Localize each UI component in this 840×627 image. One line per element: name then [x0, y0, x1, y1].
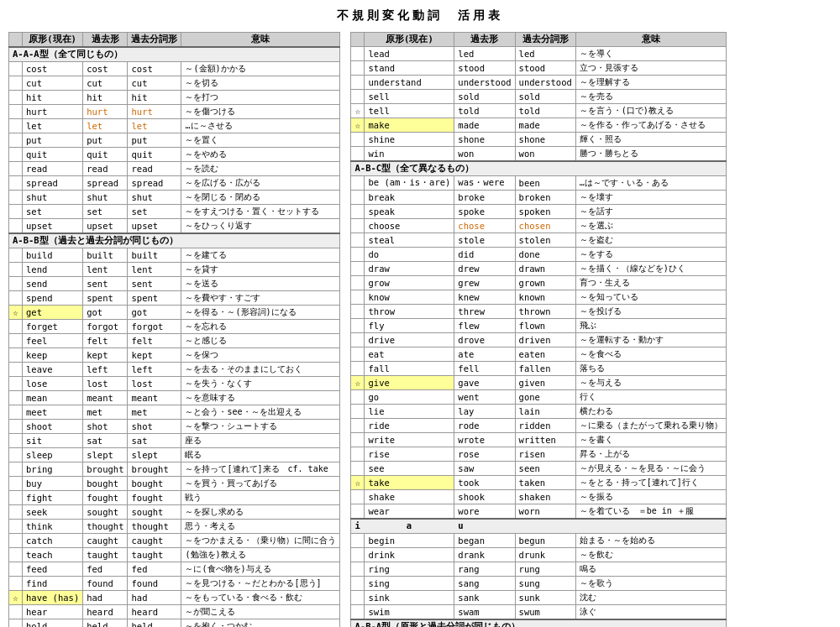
verb-pp: sold	[515, 90, 575, 104]
verb-pp: slept	[128, 448, 181, 462]
verb-pp: set	[128, 205, 181, 219]
verb-base: lead	[365, 47, 454, 61]
table-row: seesawseen～が見える・～を見る・～に会う	[351, 462, 726, 476]
section-header: A-B-A型（原形と過去分詞が同じもの）	[351, 619, 726, 627]
table-row: sleepsleptslept眠る	[9, 448, 340, 462]
r-col-header-star	[351, 33, 365, 47]
section-header: i a u	[351, 519, 726, 534]
verb-past: forgot	[83, 320, 128, 334]
star-cell	[351, 490, 365, 504]
verb-base: stand	[365, 61, 454, 76]
verb-pp: ridden	[515, 419, 575, 433]
table-row: ☆givegavegiven～を与える	[351, 376, 726, 390]
r-col-header-pp: 過去分詞形	[515, 33, 575, 47]
table-row: shineshoneshone輝く・照る	[351, 133, 726, 147]
verb-past: drew	[454, 262, 515, 276]
table-row: swimswamswum泳ぐ	[351, 605, 726, 620]
verb-base: sleep	[23, 448, 83, 462]
verb-pp: sought	[128, 505, 181, 520]
verb-meaning: ～を忘れる	[181, 320, 340, 334]
verb-meaning: ～を買う・買ってあげる	[181, 477, 340, 491]
verb-past: hurt	[83, 105, 128, 119]
verb-base: cut	[23, 76, 83, 91]
verb-pp: sunk	[515, 591, 575, 605]
verb-past: flew	[454, 319, 515, 333]
verb-pp: drawn	[515, 262, 575, 276]
verb-past: heard	[83, 605, 128, 619]
star-cell	[9, 491, 23, 505]
verb-base: set	[23, 205, 83, 219]
star-cell	[351, 577, 365, 591]
verb-base: bring	[23, 462, 83, 477]
verb-past: made	[454, 118, 515, 133]
verb-meaning: ～に(食べ物を)与える	[181, 562, 340, 577]
verb-past: shut	[83, 191, 128, 205]
verb-meaning: ～を意味する	[181, 391, 340, 405]
verb-base: shoot	[23, 420, 83, 434]
verb-pp: sent	[128, 277, 181, 291]
star-cell	[9, 434, 23, 448]
verb-past: left	[83, 363, 128, 377]
verb-pp: met	[128, 405, 181, 420]
verb-pp: left	[128, 363, 181, 377]
table-row: buyboughtbought～を買う・買ってあげる	[9, 477, 340, 491]
verb-meaning: ～を与える	[575, 376, 726, 390]
verb-past: stood	[454, 61, 515, 76]
verb-pp: given	[515, 376, 575, 390]
star-cell	[351, 347, 365, 362]
verb-base: upset	[23, 219, 83, 234]
table-row: letletlet…に～させる	[9, 119, 340, 133]
table-row: findfoundfound～を見つける・～だとわかる[思う]	[9, 577, 340, 591]
col-header-meaning: 意味	[181, 33, 340, 48]
star-cell	[9, 263, 23, 277]
verb-meaning: ～を歌う	[575, 577, 726, 591]
verb-meaning: ～を作る・作ってあげる・させる	[575, 118, 726, 133]
star-cell: ☆	[351, 118, 365, 133]
verb-meaning: ～をすえつける・置く・セットする	[181, 205, 340, 219]
verb-pp: found	[128, 577, 181, 591]
verb-base: find	[23, 577, 83, 591]
verb-base: leave	[23, 363, 83, 377]
star-cell	[9, 133, 23, 148]
verb-meaning: ～と感じる	[181, 334, 340, 348]
verb-meaning: ～を費やす・すごす	[181, 291, 340, 306]
r-col-header-base: 原形(現在)	[365, 33, 454, 47]
verb-meaning: ～を壊す	[575, 191, 726, 205]
verb-past: meant	[83, 391, 128, 405]
verb-past: let	[83, 119, 128, 133]
table-row: sitsatsat座る	[9, 434, 340, 448]
table-row: feedfedfed～に(食べ物を)与える	[9, 562, 340, 577]
star-cell	[9, 363, 23, 377]
table-row: wearworeworn～を着ている ＝be in ＋服	[351, 504, 726, 520]
verb-meaning: 行く	[575, 390, 726, 405]
verb-pp: shut	[128, 191, 181, 205]
verb-pp: broken	[515, 191, 575, 205]
star-cell	[351, 76, 365, 90]
table-row: flyflewflown飛ぶ	[351, 319, 726, 333]
table-row: seeksoughtsought～を探し求める	[9, 505, 340, 520]
verb-pp: had	[128, 591, 181, 605]
verb-pp: shaken	[515, 490, 575, 504]
verb-meaning: ～を導く	[575, 47, 726, 61]
verb-past: sat	[83, 434, 128, 448]
star-cell: ☆	[351, 376, 365, 390]
verb-pp: got	[128, 306, 181, 320]
verb-pp: quit	[128, 148, 181, 162]
verb-meaning: …は～です・いる・ある	[575, 176, 726, 191]
star-cell	[351, 219, 365, 233]
verb-base: eat	[365, 347, 454, 362]
star-cell	[9, 405, 23, 420]
right-table: 原形(現在) 過去形 過去分詞形 意味 leadledled～を導くstands…	[350, 32, 726, 627]
verb-past: kept	[83, 348, 128, 363]
verb-pp: taught	[128, 548, 181, 562]
verb-pp: lost	[128, 377, 181, 391]
verb-pp: let	[128, 119, 181, 133]
table-row: ☆taketooktaken～をとる・持って[連れて]行く	[351, 476, 726, 490]
verb-base: understand	[365, 76, 454, 90]
section-header: A-B-C型（全て異なるもの）	[351, 161, 726, 176]
verb-base: speak	[365, 205, 454, 219]
verb-past: sank	[454, 591, 515, 605]
star-cell	[9, 277, 23, 291]
verb-past: broke	[454, 191, 515, 205]
verb-past: threw	[454, 305, 515, 319]
